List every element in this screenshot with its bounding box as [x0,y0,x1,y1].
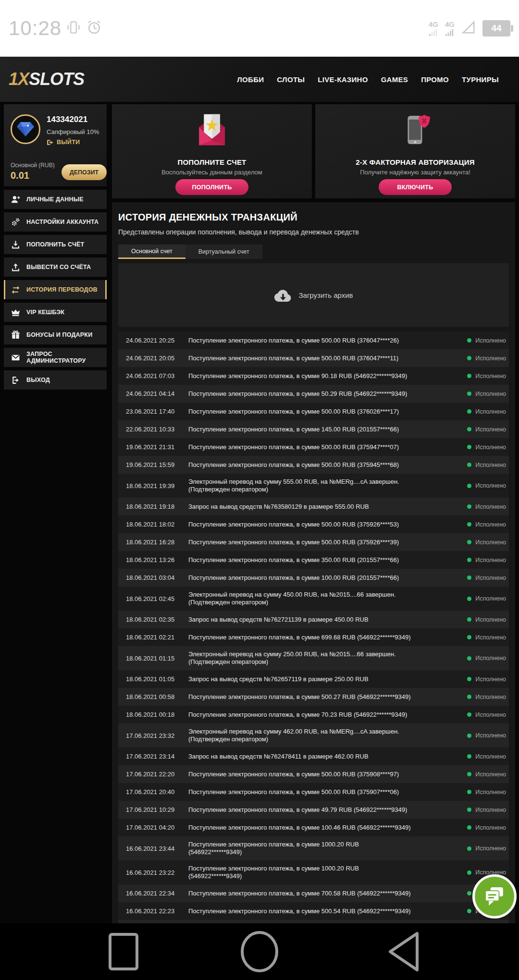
tab-main-account[interactable]: Основной счет [118,245,185,259]
txn-description: Поступление электронного платежа, в сумм… [188,426,465,433]
table-row: 23.06.2021 17:40Поступление электронного… [118,403,509,420]
site-logo[interactable]: 1XSLOTS [9,69,84,89]
txn-description: Поступление электронного платежа, в сумм… [188,521,465,528]
status-badge: Исполнено [467,595,509,602]
table-row: 18.06.2021 01:15Электронный перевод на с… [118,646,509,670]
sidebar-item-deposit[interactable]: ПОПОЛНИТЬ СЧЁТ [4,235,107,254]
txn-description: Поступление электронного платежа, в сумм… [188,771,465,778]
sidebar-menu: ЛИЧНЫЕ ДАННЫЕНАСТРОЙКИ АККАУНТАПОПОЛНИТЬ… [4,190,107,393]
txn-description: Запрос на вывод средств №762657119 в раз… [188,675,465,683]
status-badge: Исполнено [467,676,509,683]
sidebar-item-gift[interactable]: БОНУСЫ И ПОДАРКИ [4,325,107,344]
recents-button[interactable] [108,932,139,973]
status-dot-icon [467,392,471,396]
status-dot-icon [467,754,471,759]
nav-item-1[interactable]: ЛОББИ [237,75,264,84]
withdraw-icon [11,263,20,272]
user-id: 143342021 [47,115,87,124]
sidebar-item-user-plus[interactable]: ЛИЧНЫЕ ДАННЫЕ [4,190,107,209]
status-badge: Исполнено [467,355,509,362]
status-dot-icon [467,656,471,661]
txn-timestamp: 17.06.2021 04:20 [118,824,181,831]
status-dot-icon [467,772,471,776]
status-label: Исполнено [475,557,506,564]
table-row: 18.06.2021 13:26Поступление электронного… [118,551,509,569]
nav-item-4[interactable]: GAMES [381,75,408,84]
txn-timestamp: 19.06.2021 21:31 [118,443,181,451]
txn-description: Поступление электронного платежа, в сумм… [188,390,465,398]
table-row: 18.06.2021 01:05Запрос на вывод средств … [118,670,509,688]
status-dot-icon [467,409,471,414]
table-row: 24.06.2021 07:03Поступление электронного… [118,367,509,385]
txn-description: Запрос на вывод средств №763580129 в раз… [188,503,465,511]
txn-description: Поступление электронного платежа, в сумм… [188,408,465,416]
txn-timestamp: 18.06.2021 01:05 [118,675,181,683]
status-dot-icon [467,617,471,622]
status-label: Исполнено [475,676,506,683]
table-row: 24.06.2021 04:14Поступление электронного… [118,385,509,403]
txn-timestamp: 18.06.2021 03:04 [118,574,181,581]
status-label: Исполнено [475,521,506,528]
status-badge: Исполнено [467,694,509,700]
txn-description: Поступление электронного платежа, в сумм… [188,841,465,856]
status-badge: Исполнено [467,503,509,510]
txn-description: Поступление электронного платежа, в сумм… [188,788,465,796]
support-chat-fab[interactable] [472,874,517,919]
crown-icon [11,308,20,317]
txn-description: Электронный перевод на сумму 450.00 RUB,… [188,591,465,606]
sidebar-item-withdraw[interactable]: ВЫВЕСТИ СО СЧЁТА [4,257,107,277]
sidebar-item-message[interactable]: ЗАПРОС АДМИНИСТРАТОРУ [4,348,107,367]
txn-timestamp: 22.06.2021 10:33 [118,426,181,433]
sidebar-item-crown[interactable]: VIP КЕШБЭК [4,303,107,322]
table-row: 16.06.2021 23:44Поступление электронного… [118,836,509,860]
status-label: Исполнено [475,503,506,510]
status-label: Исполнено [475,426,506,433]
promo-button-enable-2fa[interactable]: ВКЛЮЧИТЬ [379,179,452,195]
status-label: Исполнено [475,391,506,397]
status-label: Исполнено [475,655,506,662]
table-row: 18.06.2021 18:02Поступление электронного… [118,515,509,533]
sidebar-item-exit[interactable]: ВЫХОД [4,370,107,390]
alarm-icon [86,19,103,38]
nav-item-3[interactable]: LIVE-КАЗИНО [318,75,368,84]
status-badge: Исполнено [467,711,509,718]
status-label: Исполнено [475,462,506,468]
tab-virtual-account[interactable]: Виртуальный счет [185,245,262,259]
status-dot-icon [467,522,471,527]
table-row: 24.06.2021 20:25Поступление электронного… [118,331,509,349]
txn-timestamp: 16.06.2021 22:23 [118,907,181,915]
status-label: Исполнено [475,771,506,778]
table-row: 18.06.2021 19:39Электронный перевод на с… [118,474,509,498]
status-dot-icon [467,427,471,431]
download-archive-button[interactable]: Загрузить архив [118,263,509,327]
txn-timestamp: 18.06.2021 02:45 [118,595,181,602]
deposit-button[interactable]: ДЕПОЗИТ [62,164,107,180]
status-label: Исполнено [475,616,506,623]
sidebar-item-label: VIP КЕШБЭК [26,309,64,316]
status-dot-icon [467,825,471,830]
nav-item-6[interactable]: ТУРНИРЫ [462,75,499,84]
status-label: Исполнено [475,482,506,489]
balance-value: 0.01 [11,170,29,181]
back-button[interactable] [386,931,421,975]
promo-subtitle: Получите надёжную защиту аккаунта! [315,169,515,176]
download-archive-label: Загрузить архив [298,291,353,299]
nav-item-2[interactable]: СЛОТЫ [277,75,305,84]
status-label: Исполнено [475,355,506,362]
transfers-icon [11,285,20,294]
status-dot-icon [467,808,471,812]
nav-item-5[interactable]: ПРОМО [421,75,449,84]
promo-button-top-up[interactable]: ПОПОЛНИТЬ [175,179,248,195]
chat-icon [482,884,507,909]
txn-description: Запрос на вывод средств №762721139 в раз… [188,616,465,624]
txn-timestamp: 17.06.2021 10:29 [118,806,181,813]
status-badge: Исполнено [467,575,509,581]
logout-link[interactable]: ВЫЙТИ [47,139,80,146]
logout-icon [47,139,54,146]
txn-timestamp: 16.06.2021 23:22 [118,869,181,876]
sidebar-item-transfers[interactable]: ИСТОРИЯ ПЕРЕВОДОВ [4,280,107,299]
sidebar-item-gears[interactable]: НАСТРОЙКИ АККАУНТА [4,212,107,232]
status-dot-icon [467,463,471,467]
home-button[interactable] [238,931,281,975]
android-nav-bar [0,923,519,980]
